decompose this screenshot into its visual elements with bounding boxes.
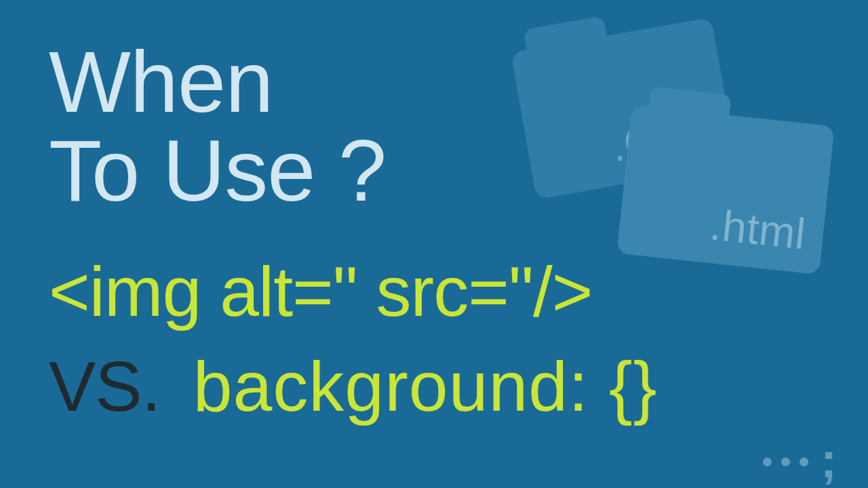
slide-title-line2: To Use ? [49,127,386,216]
slide-title-line1: When [49,38,386,127]
folder-icons-decoration: .CSS .html [495,20,848,264]
vs-label: VS. [49,339,161,434]
ellipsis-dot-icon [800,458,808,466]
ellipsis-dot-icon [763,458,772,466]
css-background-code: background: {} [193,339,658,434]
brand-watermark: ; [763,439,837,473]
css-folder-label: .CSS [608,104,717,171]
comparison-block: <img alt=" src="/> VS. background: {} [49,244,657,434]
slide-title: When To Use ? [49,38,386,215]
ellipsis-dot-icon [781,458,790,466]
img-tag-code: <img alt=" src="/> [49,244,657,339]
css-folder-icon: .CSS [511,18,737,200]
html-folder-label: .html [707,199,808,259]
semicolon-icon: ; [821,443,837,477]
